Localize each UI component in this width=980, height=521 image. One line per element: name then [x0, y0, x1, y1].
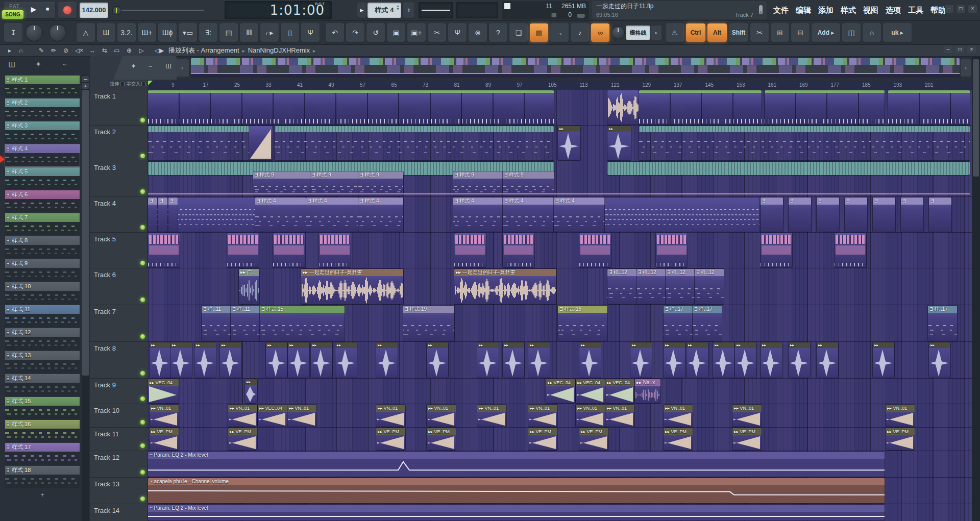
- chat-icon[interactable]: ⊜: [469, 23, 487, 42]
- multilink-icon[interactable]: ▤: [219, 23, 238, 42]
- audio-clip[interactable]: ▸▸ 广..: [239, 269, 259, 304]
- pattern-clip[interactable]: ∃ 样式 9: [310, 171, 358, 196]
- pattern-item[interactable]: ∃样式 9: [5, 259, 80, 281]
- pattern-clip[interactable]: [761, 233, 792, 267]
- slider-thumb[interactable]: [112, 6, 121, 15]
- pattern-clip[interactable]: [579, 233, 611, 267]
- save-icon[interactable]: ▣: [387, 23, 405, 42]
- breadcrumb[interactable]: NanNingDJXHRemix: [248, 46, 310, 54]
- pattern-add-button[interactable]: +: [403, 3, 414, 18]
- pattern-item[interactable]: ∃样式 17: [5, 443, 80, 465]
- pattern-item[interactable]: ∃样式 11: [5, 305, 80, 327]
- track-lane[interactable]: ▸▸ VE..PM▸▸ VE..PM▸▸ VE..PM▸▸ VE..PM▸▸ V…: [148, 428, 972, 451]
- grid-snap-knob[interactable]: [611, 26, 625, 39]
- drum-pattern-clip[interactable]: [765, 90, 885, 125]
- track-header[interactable]: Track 1: [90, 90, 148, 126]
- mixer-icon[interactable]: ◫: [842, 23, 861, 42]
- select-tool-icon[interactable]: ▭: [111, 45, 122, 56]
- audio-clip[interactable]: ▸▸ VE..PM: [427, 428, 456, 450]
- track-header[interactable]: Track 14: [90, 504, 148, 521]
- pattern-clip[interactable]: [275, 126, 554, 160]
- pattern-clip[interactable]: [454, 233, 486, 267]
- track-enable-led[interactable]: [140, 470, 145, 475]
- pattern-clip[interactable]: ∃: [929, 197, 951, 232]
- pattern-item[interactable]: ∃样式 7: [5, 213, 80, 235]
- patterns-tab-icon[interactable]: Ш: [4, 60, 19, 69]
- track-header[interactable]: Track 3: [90, 161, 148, 197]
- fx-audio-clip[interactable]: ▸▸: [579, 342, 601, 378]
- pattern-clip[interactable]: ∃ 样式 15: [260, 306, 345, 341]
- locale-menu[interactable]: uk ▸: [883, 23, 912, 42]
- fx-audio-clip[interactable]: ▸▸: [929, 342, 950, 378]
- minimize-button[interactable]: –: [945, 5, 953, 13]
- zoom-tool-icon[interactable]: ⊕: [124, 45, 135, 56]
- draw-tool-icon[interactable]: ✎: [36, 45, 47, 56]
- scroll-left-button[interactable]: ‹: [176, 59, 189, 77]
- audio-fade-clip[interactable]: [249, 126, 273, 160]
- snap-grid-arrow[interactable]: ▸: [651, 26, 662, 40]
- fx-audio-clip[interactable]: ▸▸: [170, 342, 192, 378]
- fx-audio-clip[interactable]: ▸▸: [630, 342, 652, 378]
- track-lane[interactable]: ∃ 样式 9∃ 样式 9∃ 样式 9∃ 样式 9∃ 样式 9: [148, 161, 972, 197]
- record-audio-icon[interactable]: Ψ: [448, 23, 467, 42]
- fx-audio-clip[interactable]: ▸▸: [311, 342, 332, 378]
- fx-audio-clip[interactable]: ▸▸: [687, 342, 708, 378]
- mute-tool-icon[interactable]: ◁×: [72, 45, 86, 56]
- fx-audio-clip[interactable]: ▸▸: [194, 342, 216, 378]
- pattern-clip[interactable]: ∃: [901, 197, 923, 232]
- pattern-clip[interactable]: ∃ 样..12: [636, 269, 666, 304]
- pattern-clip[interactable]: [319, 233, 351, 267]
- pattern-clip[interactable]: ∃: [817, 197, 839, 232]
- pattern-item[interactable]: ∃样式 3: [5, 121, 80, 143]
- pattern-list-scrollbar[interactable]: ▬ ▲: [82, 76, 89, 521]
- menu-item-文件[interactable]: 文件: [770, 6, 792, 15]
- track-header[interactable]: Track 6: [90, 268, 148, 305]
- tempo-display[interactable]: 142.000: [80, 3, 108, 18]
- audio-clip[interactable]: ▸▸ VN..01: [886, 405, 915, 427]
- track-enable-led[interactable]: [140, 334, 145, 339]
- audio-clip[interactable]: ▸▸ VN..01: [576, 405, 605, 427]
- menu-item-视图[interactable]: 视图: [860, 6, 882, 15]
- fx-audio-clip[interactable]: ▸▸: [477, 342, 499, 378]
- snap-magnet-icon[interactable]: ∩: [15, 45, 27, 56]
- pattern-item[interactable]: ∃样式 5: [5, 167, 80, 189]
- pattern-clip[interactable]: ∃ 样式 4: [554, 197, 605, 232]
- drum-pattern-clip[interactable]: [639, 90, 762, 125]
- audio-clip[interactable]: ▸▸ VE..PM: [579, 428, 608, 450]
- checkbox[interactable]: [120, 82, 125, 86]
- pattern-item[interactable]: ∃样式 12: [5, 328, 80, 350]
- song-mode-badge[interactable]: SONG: [2, 10, 23, 19]
- stop-button[interactable]: ■: [42, 6, 53, 12]
- track-lane[interactable]: [148, 233, 972, 268]
- track-enable-led[interactable]: [140, 225, 145, 230]
- oscilloscope[interactable]: [419, 2, 453, 18]
- master-pitch-slider[interactable]: [112, 6, 204, 14]
- audio-clip[interactable]: ▸▸ VN..01: [150, 405, 179, 427]
- audio-clip[interactable]: [607, 90, 639, 125]
- pattern-clip[interactable]: ∃: [789, 197, 811, 232]
- audio-clip[interactable]: ▸▸ VN..01: [376, 405, 405, 427]
- shop-icon[interactable]: ⌂: [863, 23, 881, 42]
- pattern-clip[interactable]: ∃ 样..17: [693, 306, 722, 341]
- audio-clip[interactable]: ▸▸ VN..01: [664, 405, 693, 427]
- playback-tool-icon[interactable]: ▷: [136, 45, 147, 56]
- one-click-video-icon[interactable]: ▯: [281, 23, 299, 42]
- fx-audio-clip[interactable]: ▸▸: [817, 342, 838, 378]
- redo-icon[interactable]: ↷: [346, 23, 364, 42]
- pattern-selector[interactable]: 样式 4 ▲▼: [368, 3, 401, 18]
- pattern-item[interactable]: ∃样式 13: [5, 351, 80, 373]
- track-header[interactable]: Track 5: [90, 233, 148, 268]
- pattern-clip[interactable]: [656, 233, 688, 267]
- pattern-clip[interactable]: ∃ 样式 9: [358, 171, 403, 196]
- detach-icon[interactable]: ▸: [5, 45, 14, 56]
- undo-icon[interactable]: ↶: [326, 23, 344, 42]
- fx-audio-clip[interactable]: ▸▸: [266, 342, 287, 378]
- fx-audio-clip[interactable]: ▸▸: [503, 342, 524, 378]
- fx-audio-clip[interactable]: ▸▸: [427, 342, 448, 378]
- playlist-minimize-button[interactable]: –: [944, 46, 952, 53]
- close-button[interactable]: ×: [968, 5, 977, 13]
- audio-clip[interactable]: ▸▸ VEC..04: [258, 405, 287, 427]
- track-header[interactable]: Track 4: [90, 197, 148, 233]
- pattern-item[interactable]: ∃样式 1: [5, 76, 80, 97]
- play-button[interactable]: ▶: [28, 5, 40, 13]
